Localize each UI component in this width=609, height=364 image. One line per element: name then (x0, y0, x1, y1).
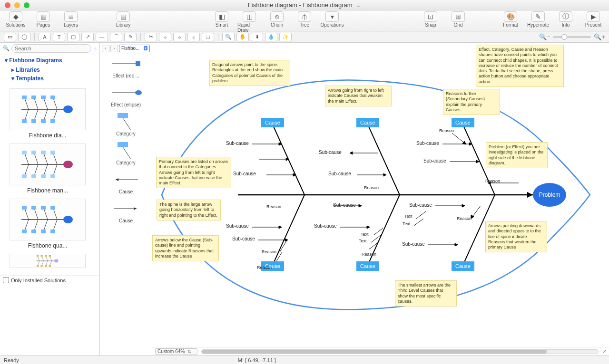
toolbar-grid[interactable]: ⊞Grid (446, 11, 470, 28)
status-ready: Ready (4, 357, 19, 363)
subcause-label: Sub-cause (333, 202, 356, 208)
palette-item-icon (104, 144, 148, 157)
cause-box[interactable]: Cause (261, 118, 284, 127)
toolbar-chain[interactable]: ⎋Chain (265, 11, 289, 33)
subcause-label: Sub-cause (319, 150, 342, 155)
palette-item[interactable]: Category (104, 160, 148, 165)
zoom-select[interactable]: Custom 64%⇅ (155, 348, 197, 355)
toolbar-pages[interactable]: ▦Pages (31, 11, 55, 28)
tool-button[interactable]: ✂ (145, 33, 157, 41)
palette-item-icon (104, 115, 148, 128)
zoom-in-icon[interactable]: 🔍+ (594, 33, 605, 40)
toolbar-solutions[interactable]: ◆Solutions (4, 11, 28, 28)
toolbar: ◆Solutions▦Pages≣Layers ▤Library ◧Smart◫… (0, 10, 609, 31)
palette-item[interactable] (104, 86, 148, 99)
svg-line-25 (34, 164, 38, 175)
palette-item[interactable] (104, 173, 148, 186)
tool-button[interactable]: ▭ (4, 33, 16, 41)
zoom-slider[interactable] (553, 36, 591, 38)
palette-item[interactable] (104, 144, 148, 157)
canvas[interactable]: Cause Cause Cause Cause Cause Cause Prob… (152, 43, 609, 347)
cause-box[interactable]: Cause (356, 261, 379, 271)
toolbar-layers[interactable]: ≣Layers (59, 11, 83, 28)
tool-button[interactable]: ⟐ (159, 33, 171, 41)
tool-button[interactable]: □ (202, 33, 214, 41)
only-installed-checkbox[interactable] (3, 277, 9, 283)
tool-button[interactable]: 🔍 (222, 33, 235, 41)
tree-templates[interactable]: ▾ Templates (5, 74, 95, 83)
palette-item[interactable] (104, 57, 148, 70)
horizontal-scrollbar[interactable] (201, 349, 599, 354)
toolbar-smart[interactable]: ◧Smart (210, 11, 234, 33)
palette-selector[interactable]: Fishbo... ▾ (119, 45, 150, 52)
tool-button[interactable]: — (96, 33, 108, 41)
svg-line-6 (34, 98, 38, 109)
note-down: Arrows pointing downwards and directed o… (485, 221, 547, 252)
chevron-down-icon[interactable]: ⌄ (354, 1, 362, 9)
palette-item[interactable]: Effect (rec ... (104, 73, 148, 78)
search-input[interactable] (11, 44, 91, 53)
tree-libraries[interactable]: ▸ Libraries (5, 66, 95, 74)
toolbar-smart-icon: ◧ (215, 11, 228, 22)
close-icon[interactable] (5, 2, 10, 8)
scrollbar-thumb[interactable] (202, 350, 546, 354)
palette-item[interactable]: Effect (ellipse) (104, 102, 148, 107)
palette-item[interactable] (104, 202, 148, 215)
cause-box[interactable]: Cause (452, 261, 474, 271)
traffic-lights (5, 2, 29, 8)
palette-forward-icon[interactable]: › (110, 45, 118, 52)
tool-button[interactable]: ◯ (18, 33, 30, 41)
template-thumb[interactable]: Fishbone man... (10, 144, 86, 194)
tool-button[interactable]: ↗ (81, 33, 94, 41)
toolbar-tree[interactable]: ⫛Tree (293, 11, 316, 33)
svg-line-24 (34, 153, 38, 164)
reason-label: Reason (485, 179, 500, 183)
toolbar-hypernote[interactable]: ✎Hypernote (526, 11, 550, 28)
maximize-icon[interactable] (24, 2, 29, 8)
palette-item[interactable] (104, 115, 148, 128)
toolbar-present-icon: ▶ (587, 11, 600, 22)
palette-item[interactable]: Category (104, 131, 148, 136)
toolbar-info[interactable]: ⓘInfo (554, 11, 578, 28)
palette-item[interactable]: Cause (104, 189, 148, 194)
tool-button[interactable]: ⬇ (251, 33, 263, 41)
svg-line-47 (44, 220, 48, 230)
tool-button[interactable]: ✨ (279, 33, 292, 41)
tree-header[interactable]: ▾ Fishbone Diagrams (5, 57, 95, 64)
palette-back-icon[interactable]: ‹ (102, 45, 109, 52)
tool-button[interactable]: ⟐ (173, 33, 186, 41)
minimize-icon[interactable] (14, 2, 20, 8)
tool-button[interactable]: ✋ (236, 33, 249, 41)
template-thumb[interactable] (10, 254, 86, 268)
tool-button[interactable]: ▢ (67, 33, 79, 41)
template-thumb[interactable]: Fishbone qua... (10, 199, 86, 249)
toolbar-snap[interactable]: ⊡Snap (419, 11, 442, 28)
svg-marker-99 (350, 152, 353, 154)
tool-button[interactable]: ✎ (124, 33, 137, 41)
note-rtl: Arrows going from right to left indicate… (325, 86, 392, 106)
tool-button[interactable]: T (53, 33, 65, 41)
tool-button[interactable]: 💧 (265, 33, 277, 41)
toolbar-rapid-draw[interactable]: ◫Rapid Draw (237, 11, 261, 33)
toolbar-library[interactable]: ▤Library (111, 11, 135, 28)
zoom-out-icon[interactable]: 🔍− (539, 33, 550, 40)
home-icon[interactable]: ⌂ (93, 46, 97, 51)
resize-icon[interactable]: ⤢ (602, 349, 606, 354)
svg-point-1 (63, 105, 73, 113)
cause-box[interactable]: Cause (356, 118, 379, 127)
svg-rect-26 (31, 151, 36, 154)
palette-item[interactable]: Cause (104, 218, 148, 223)
svg-marker-85 (527, 192, 533, 198)
toolbar-present[interactable]: ▶Present (581, 11, 605, 28)
cause-box[interactable]: Cause (452, 118, 474, 127)
toolbar-format[interactable]: 🎨Format (499, 11, 522, 28)
tool-button[interactable]: A (39, 33, 51, 41)
toolbar-operations-label: Operations (321, 22, 344, 28)
tool-button[interactable]: ⟐ (187, 33, 200, 41)
svg-line-51 (53, 220, 57, 230)
toolbar-operations[interactable]: ▾Operations (320, 11, 344, 33)
template-thumb[interactable]: Fishbone dia... (10, 88, 86, 139)
problem-ellipse[interactable]: Problem (533, 183, 566, 207)
tool-button[interactable]: ⌒ (110, 33, 122, 41)
svg-rect-8 (31, 96, 36, 99)
